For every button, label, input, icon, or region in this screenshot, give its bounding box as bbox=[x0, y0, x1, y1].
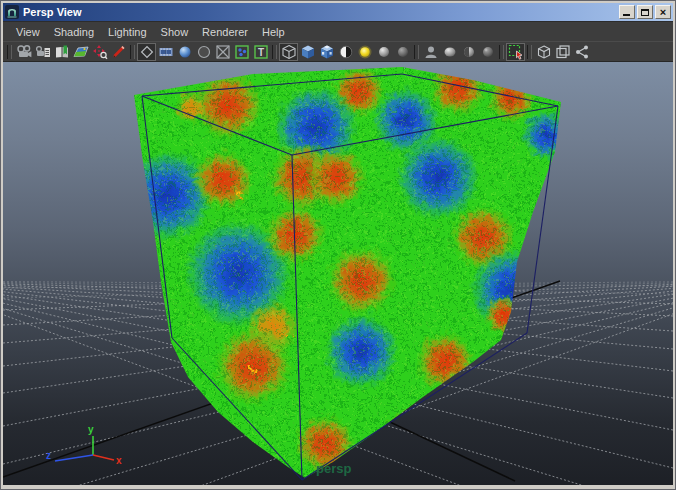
axis-z-label: z bbox=[46, 450, 51, 461]
textured-mode-button[interactable] bbox=[317, 43, 336, 61]
toolbar-grip bbox=[272, 45, 277, 59]
window-title: Persp View bbox=[23, 6, 619, 18]
persp-view-window: Persp View × View Shading Lighting Show … bbox=[0, 0, 676, 490]
scene-svg: persp y x z bbox=[3, 62, 673, 485]
isolate-select-button[interactable] bbox=[506, 43, 525, 61]
select-camera-button[interactable] bbox=[14, 43, 33, 61]
flat-lighting-button[interactable] bbox=[393, 43, 412, 61]
share-nodes-button[interactable] bbox=[572, 43, 591, 61]
camera-label: persp bbox=[316, 461, 351, 476]
motion-blur-button[interactable] bbox=[459, 43, 478, 61]
toolbar-grip bbox=[499, 45, 504, 59]
menu-renderer[interactable]: Renderer bbox=[195, 24, 255, 40]
axis-y-label: y bbox=[88, 424, 94, 435]
pan-zoom-2d-button[interactable] bbox=[90, 43, 109, 61]
menu-show[interactable]: Show bbox=[154, 24, 196, 40]
text-tool-glyph: T bbox=[257, 47, 263, 58]
hardware-texturing-button[interactable] bbox=[232, 43, 251, 61]
menubar: View Shading Lighting Show Renderer Help bbox=[3, 21, 673, 41]
toolbar-grip bbox=[130, 45, 135, 59]
viewport-persp[interactable]: persp y x z bbox=[3, 62, 673, 485]
ssao-button[interactable] bbox=[440, 43, 459, 61]
axis-x-label: x bbox=[116, 455, 122, 466]
grease-pencil-button[interactable] bbox=[109, 43, 128, 61]
menu-shading[interactable]: Shading bbox=[47, 24, 101, 40]
toolbar-grip bbox=[414, 45, 419, 59]
maya-logo-icon bbox=[5, 5, 19, 19]
particle-cube bbox=[117, 62, 576, 485]
shaded-display-button[interactable] bbox=[175, 43, 194, 61]
menu-view[interactable]: View bbox=[9, 24, 47, 40]
use-default-material-button[interactable] bbox=[336, 43, 355, 61]
maximize-glyph bbox=[641, 9, 649, 16]
maximize-button[interactable] bbox=[637, 5, 653, 19]
image-plane-button[interactable] bbox=[71, 43, 90, 61]
no-texture-button[interactable] bbox=[213, 43, 232, 61]
bookmarks-button[interactable] bbox=[52, 43, 71, 61]
all-lights-button[interactable] bbox=[355, 43, 374, 61]
wireframe-on-shaded-button[interactable] bbox=[137, 43, 156, 61]
smooth-shade-all-button[interactable] bbox=[298, 43, 317, 61]
camera-attributes-button[interactable] bbox=[33, 43, 52, 61]
wireframe-mode-button[interactable] bbox=[279, 43, 298, 61]
menu-help[interactable]: Help bbox=[255, 24, 292, 40]
multisample-button[interactable] bbox=[478, 43, 497, 61]
flat-circle-button[interactable] bbox=[194, 43, 213, 61]
selected-lights-button[interactable] bbox=[374, 43, 393, 61]
minimize-button[interactable] bbox=[619, 5, 635, 19]
toolbar-grip bbox=[7, 45, 12, 59]
frame-overlap-button[interactable] bbox=[553, 43, 572, 61]
axis-gizmo: y x z bbox=[46, 424, 122, 466]
plugin-object-button[interactable] bbox=[534, 43, 553, 61]
panel-toolbar: T bbox=[3, 41, 673, 62]
menu-lighting[interactable]: Lighting bbox=[101, 24, 154, 40]
text-annotation-button[interactable]: T bbox=[251, 43, 270, 61]
shadows-button[interactable] bbox=[421, 43, 440, 61]
film-gate-button[interactable] bbox=[156, 43, 175, 61]
close-button[interactable]: × bbox=[655, 5, 671, 19]
minimize-glyph bbox=[623, 14, 630, 16]
titlebar[interactable]: Persp View × bbox=[3, 3, 673, 21]
toolbar-grip bbox=[527, 45, 532, 59]
